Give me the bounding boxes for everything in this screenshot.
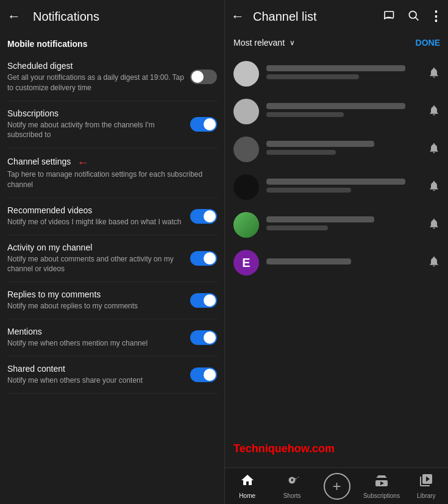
replies-item: Replies to my comments Notify me about r… [7,282,217,319]
header-icons: ⋮ [384,9,443,24]
toggle-knob [191,71,204,83]
toggle-knob [204,210,216,222]
nav-library[interactable]: Library [404,473,448,499]
subscriptions-desc: Notify me about activity from the channe… [7,120,184,141]
bell-icon[interactable] [428,142,440,157]
shared-content-desc: Notify me when others share your content [7,375,184,386]
bell-icon[interactable] [428,66,440,82]
scheduled-digest-title: Scheduled digest [7,61,184,71]
subscriptions-nav-label: Subscriptions [363,492,400,499]
bell-icon[interactable] [428,218,440,233]
shared-content-toggle[interactable] [190,367,217,382]
toggle-knob [204,252,216,264]
subscriptions-text: Subscriptions Notify me about activity f… [7,108,184,141]
replies-title: Replies to my comments [7,289,184,299]
channel-name-bar-secondary [266,188,351,193]
nav-home[interactable]: Home [225,473,269,499]
channel-name-block [266,141,421,158]
search-icon[interactable] [407,9,419,24]
channel-avatar [233,137,259,162]
notifications-title: Notifications [33,10,99,24]
nav-subscriptions[interactable]: Subscriptions [359,473,404,499]
channel-name-bar-secondary [266,112,344,117]
channel-name-bar [266,141,374,147]
sort-label-text: Most relevant [233,38,285,48]
bell-icon[interactable] [428,180,440,195]
channel-name-bar [266,65,405,71]
channel-item[interactable] [233,55,440,93]
svg-line-3 [416,17,419,20]
subscriptions-title: Subscriptions [7,108,184,118]
shared-content-title: Shared content [7,364,184,374]
sort-selector[interactable]: Most relevant ∨ [233,38,295,48]
activity-channel-text: Activity on my channel Notify me about c… [7,243,184,275]
shorts-icon [285,473,299,491]
sort-row: Most relevant ∨ DONE [225,33,448,55]
channel-list-panel: ← Channel list ⋮ Most relevant ∨ [225,0,448,504]
scheduled-digest-toggle[interactable] [190,69,217,84]
channel-name-bar-secondary [266,225,328,230]
back-button-left[interactable]: ← [7,9,21,24]
recommended-videos-item: Recommended videos Notify me of videos I… [7,198,217,235]
recommended-videos-title: Recommended videos [7,205,184,215]
mentions-toggle[interactable] [190,330,217,345]
activity-channel-item: Activity on my channel Notify me about c… [7,235,217,283]
mobile-notifications-header: Mobile notifications [7,33,217,54]
channel-item[interactable] [233,93,440,130]
mentions-item: Mentions Notify me when others mention m… [7,319,217,357]
channel-item[interactable] [233,206,440,244]
channel-name-bar-secondary [266,74,359,79]
back-button-right[interactable]: ← [231,9,244,24]
watermark: Techniquehow.com [225,430,448,467]
channel-settings-arrow: ← [77,155,89,169]
right-header: ← Channel list ⋮ [225,0,448,33]
channel-name-bar [266,179,405,185]
shared-content-text: Shared content Notify me when others sha… [7,364,184,386]
subscriptions-toggle[interactable] [190,117,217,132]
library-icon [419,473,433,491]
scheduled-digest-text: Scheduled digest Get all your notificati… [7,61,184,93]
chevron-down-icon: ∨ [290,38,295,47]
add-button[interactable]: + [324,473,350,500]
bell-icon[interactable] [428,255,440,271]
channel-name-block [266,216,421,233]
channel-avatar: E [233,250,259,275]
more-options-icon[interactable]: ⋮ [429,9,443,24]
recommended-videos-text: Recommended videos Notify me of videos I… [7,205,184,227]
toggle-knob [204,118,216,130]
subscriptions-item: Subscriptions Notify me about activity f… [7,101,217,149]
toggle-knob [204,332,216,344]
channel-avatar [233,61,259,87]
channel-settings-row: Channel settings ← [7,155,89,169]
channel-item[interactable]: E [233,244,440,282]
bell-icon[interactable] [428,104,440,119]
channel-avatar [233,174,259,200]
activity-channel-toggle[interactable] [190,251,217,266]
channel-name-bar [266,216,374,222]
mentions-title: Mentions [7,327,184,336]
channel-name-block [266,258,421,268]
recommended-videos-toggle[interactable] [190,209,217,224]
channel-list-title: Channel list [253,10,384,24]
toggle-knob [204,369,216,381]
channel-settings-item[interactable]: Channel settings ← Tap here to manage no… [7,148,217,198]
scheduled-digest-desc: Get all your notifications as a daily di… [7,73,184,93]
replies-toggle[interactable] [190,293,217,308]
channel-name-bar [266,258,351,264]
channel-name-bar-secondary [266,150,336,155]
activity-channel-title: Activity on my channel [7,243,184,252]
done-button[interactable]: DONE [416,38,440,48]
channel-item[interactable] [233,168,440,206]
toggle-knob [204,294,216,307]
channel-item[interactable] [233,130,440,168]
channel-name-block [266,179,421,196]
channel-settings-desc: Tap here to manage notification settings… [7,169,217,190]
cast-icon[interactable] [384,10,397,24]
nav-shorts[interactable]: Shorts [269,473,314,499]
left-header: ← Notifications [0,0,224,33]
channel-list: E [225,55,448,430]
notifications-panel: ← Notifications Mobile notifications Sch… [0,0,224,504]
home-icon [240,473,255,491]
nav-add[interactable]: + [315,473,359,500]
channel-name-block [266,65,421,82]
